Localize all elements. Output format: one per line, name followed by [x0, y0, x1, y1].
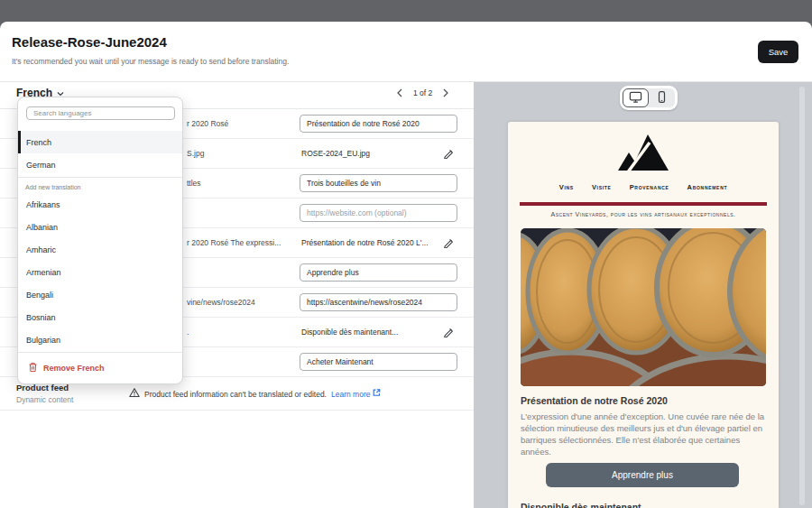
language-option[interactable]: French: [18, 131, 182, 153]
email-nav-item[interactable]: Vins: [559, 183, 574, 191]
warning-icon: [129, 388, 140, 400]
preview-pane: VinsVisiteProvenanceAbonnement Ascent Vi…: [474, 82, 812, 508]
desktop-view-button[interactable]: [623, 88, 649, 107]
remove-language-button[interactable]: Remove French: [18, 354, 105, 379]
language-option[interactable]: Bosnian: [18, 306, 182, 328]
translation-text: ROSE-2024_EU.jpg: [301, 149, 370, 158]
product-feed-subtitle: Dynamic content: [16, 395, 73, 404]
preview-scrollbar[interactable]: [799, 87, 805, 505]
mountain-logo-icon: [618, 133, 669, 176]
translation-text: Disponible dès maintenant...: [301, 328, 398, 337]
trash-icon: [28, 362, 38, 374]
next-section-heading: Disponible dès maintenant: [521, 502, 641, 508]
email-nav-item[interactable]: Visite: [592, 183, 612, 191]
desktop-icon: [628, 90, 643, 106]
translation-text: Présentation de notre Rosé 2020 L'...: [301, 238, 429, 247]
mobile-view-button[interactable]: [649, 88, 675, 107]
translation-input[interactable]: [300, 174, 457, 192]
add-translation-section-label: Add new translation: [18, 179, 182, 193]
page-title: Release-Rose-June2024: [12, 34, 167, 50]
next-page-button[interactable]: [441, 87, 450, 99]
divider: [18, 177, 182, 178]
language-option[interactable]: Bulgarian: [18, 328, 182, 351]
learn-more-cta-button[interactable]: Apprendre plus: [546, 463, 739, 487]
source-text-fragment: vine/news/rose2024: [187, 298, 255, 307]
translation-input[interactable]: [300, 115, 457, 133]
language-option[interactable]: Albanian: [18, 216, 182, 238]
source-text-fragment: S.jpg: [187, 149, 204, 158]
device-toggle-track: [623, 88, 675, 107]
source-text-fragment: .: [187, 328, 189, 337]
language-option[interactable]: German: [18, 153, 182, 176]
wine-barrels-image: [521, 228, 766, 386]
window-chrome-bar: [0, 0, 812, 22]
edit-pencil-icon[interactable]: [443, 237, 454, 248]
save-button[interactable]: Save: [758, 41, 798, 63]
edit-pencil-icon[interactable]: [443, 327, 454, 337]
language-option[interactable]: Amharic: [18, 238, 182, 261]
translation-editor-pane: French 1 of 2 r 2020 RoséS.jpgROSE-2024_…: [0, 82, 474, 508]
email-preview: VinsVisiteProvenanceAbonnement Ascent Vi…: [508, 122, 779, 508]
source-text-fragment: ttles: [187, 179, 201, 188]
mobile-icon: [654, 90, 669, 106]
article-heading: Présentation de notre Rosé 2020: [521, 395, 668, 406]
translation-input[interactable]: [300, 263, 457, 282]
translation-input[interactable]: [300, 353, 457, 371]
language-option[interactable]: Bengali: [18, 283, 182, 306]
page-indicator: 1 of 2: [413, 88, 432, 97]
product-feed-warning: Product feed information can't be transl…: [129, 388, 381, 400]
translation-input[interactable]: [300, 293, 457, 311]
translation-input[interactable]: [300, 204, 457, 222]
learn-more-label: Learn more: [331, 389, 370, 398]
translation-modal: Release-Rose-June2024 It's recommended y…: [0, 22, 812, 508]
email-nav-item[interactable]: Provenance: [630, 183, 669, 191]
article-body: L'expression d'une année d'exception. Un…: [521, 411, 766, 457]
email-nav: VinsVisiteProvenanceAbonnement: [508, 183, 779, 191]
search-languages-input[interactable]: [26, 106, 175, 120]
email-nav-item[interactable]: Abonnement: [687, 183, 728, 191]
available-languages-list: AfrikaansAlbanianAmharicArmenianBengaliB…: [18, 193, 182, 351]
email-tagline: Ascent Vineyards, pour les vins artisana…: [508, 211, 779, 217]
device-toggle: [620, 86, 678, 110]
previous-page-button[interactable]: [395, 87, 404, 99]
page-subtitle: It's recommended you wait until your mes…: [12, 57, 289, 66]
external-link-icon: [373, 389, 381, 399]
divider: [18, 352, 182, 353]
language-option[interactable]: Armenian: [18, 261, 182, 283]
pagination: 1 of 2: [395, 87, 450, 99]
language-option[interactable]: Afrikaans: [18, 193, 182, 216]
source-text-fragment: r 2020 Rosé The expressi...: [187, 238, 281, 247]
warning-text: Product feed information can't be transl…: [144, 389, 327, 398]
remove-language-label: Remove French: [43, 364, 105, 373]
brand-rule: [520, 202, 767, 206]
content-area: French 1 of 2 r 2020 RoséS.jpgROSE-2024_…: [0, 81, 812, 508]
edit-pencil-icon[interactable]: [443, 148, 454, 159]
active-languages-list: FrenchGerman: [18, 131, 182, 176]
language-dropdown-menu: FrenchGerman Add new translation Afrikaa…: [17, 97, 183, 384]
learn-more-link[interactable]: Learn more: [331, 389, 381, 399]
source-text-fragment: r 2020 Rosé: [187, 119, 228, 128]
